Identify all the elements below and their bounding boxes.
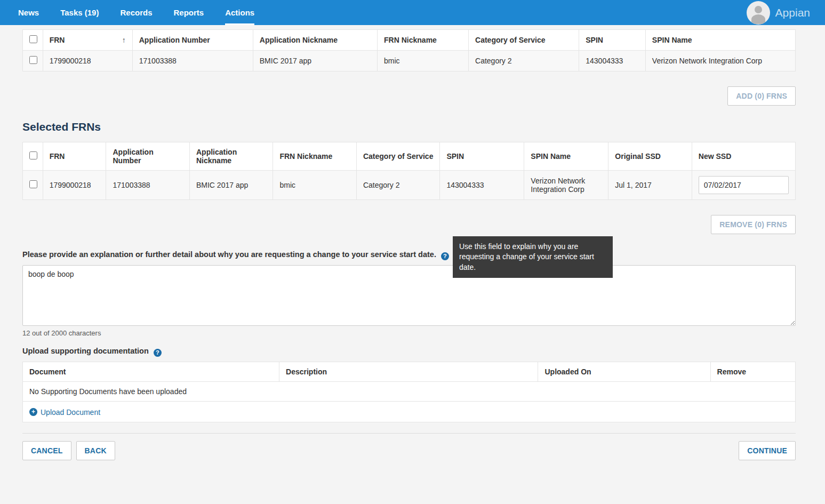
column-header-spin-name[interactable]: SPIN Name <box>645 30 795 51</box>
column-header-category-of-service[interactable]: Category of Service <box>469 30 579 51</box>
column-header-spin[interactable]: SPIN <box>579 30 646 51</box>
help-icon[interactable]: ? <box>154 349 162 357</box>
column-header-frn-nickname[interactable]: FRN Nickname <box>378 30 469 51</box>
continue-button[interactable]: CONTINUE <box>739 441 796 460</box>
column-header-frn-nickname[interactable]: FRN Nickname <box>273 142 356 171</box>
cell-category-of-service: Category 2 <box>469 51 579 71</box>
column-header-category-of-service[interactable]: Category of Service <box>356 142 439 171</box>
add-frns-button[interactable]: ADD (0) FRNS <box>727 86 796 106</box>
remove-frns-button[interactable]: REMOVE (0) FRNS <box>711 215 796 234</box>
cell-frn: 1799000218 <box>43 51 132 71</box>
cell-application-number: 171003388 <box>106 171 189 200</box>
avatar-person-icon <box>755 6 762 13</box>
sort-ascending-icon: ↑ <box>122 36 126 44</box>
cell-spin-name: Verizon Network Integration Corp <box>645 51 795 71</box>
plus-circle-icon: + <box>29 408 37 416</box>
cell-frn: 1799000218 <box>43 171 106 200</box>
row-select-checkbox[interactable] <box>29 180 37 188</box>
upload-document-link[interactable]: + Upload Document <box>29 408 100 417</box>
column-header-application-nickname[interactable]: Application Nickname <box>189 142 273 171</box>
explanation-label: Please provide an explanation or further… <box>22 250 436 259</box>
column-header-document: Document <box>23 362 279 382</box>
cell-frn-nickname: bmic <box>273 171 356 200</box>
table-row: 1799000218 171003388 BMIC 2017 app bmic … <box>23 171 796 200</box>
top-nav: News Tasks (19) Records Reports Actions … <box>0 0 825 25</box>
explanation-section: Please provide an explanation or further… <box>22 250 796 337</box>
column-header-spin[interactable]: SPIN <box>440 142 524 171</box>
select-all-checkbox[interactable] <box>29 151 37 159</box>
back-button[interactable]: BACK <box>76 441 115 460</box>
selected-frns-heading: Selected FRNs <box>22 121 796 133</box>
column-header-description: Description <box>279 362 538 382</box>
column-header-frn[interactable]: FRN <box>43 142 106 171</box>
cell-application-nickname: BMIC 2017 app <box>189 171 273 200</box>
cell-category-of-service: Category 2 <box>356 171 439 200</box>
footer-actions: CANCEL BACK CONTINUE <box>22 441 796 460</box>
cell-application-nickname: BMIC 2017 app <box>253 51 377 71</box>
nav-item-tasks[interactable]: Tasks (19) <box>50 0 109 25</box>
selected-frns-table: FRN Application Number Application Nickn… <box>22 142 796 200</box>
main-content: FRN ↑ Application Number Application Nic… <box>0 25 825 471</box>
nav-item-actions[interactable]: Actions <box>214 0 265 25</box>
column-header-application-number[interactable]: Application Number <box>132 30 253 51</box>
column-header-remove: Remove <box>710 362 795 382</box>
column-header-spin-name[interactable]: SPIN Name <box>524 142 608 171</box>
help-tooltip: Use this field to explain why you are re… <box>453 236 613 278</box>
explanation-textarea[interactable]: boop de boop <box>22 265 796 326</box>
cell-application-number: 171003388 <box>132 51 253 71</box>
upload-documentation-label: Upload supporting documentation <box>22 347 149 355</box>
row-select-checkbox[interactable] <box>29 56 37 64</box>
supporting-documents-table: Document Description Uploaded On Remove … <box>22 362 796 422</box>
table-row: 1799000218 171003388 BMIC 2017 app bmic … <box>23 51 796 71</box>
nav-right: Appian <box>747 1 818 25</box>
cell-spin: 143004333 <box>440 171 524 200</box>
cell-original-ssd: Jul 1, 2017 <box>608 171 692 200</box>
user-avatar[interactable] <box>747 1 770 25</box>
cell-spin-name: Verizon Network Integration Corp <box>524 171 608 200</box>
nav-item-news[interactable]: News <box>7 0 50 25</box>
column-header-application-nickname[interactable]: Application Nickname <box>253 30 377 51</box>
cell-frn-nickname: bmic <box>378 51 469 71</box>
column-header-frn[interactable]: FRN ↑ <box>43 30 132 51</box>
column-header-application-number[interactable]: Application Number <box>106 142 189 171</box>
select-all-checkbox[interactable] <box>29 35 37 43</box>
frn-search-results-table: FRN ↑ Application Number Application Nic… <box>22 29 796 71</box>
empty-table-message: No Supporting Documents have been upload… <box>23 382 796 402</box>
appian-logo: Appian <box>775 6 810 19</box>
nav-item-records[interactable]: Records <box>109 0 163 25</box>
character-count: 12 out of 2000 characters <box>22 329 796 337</box>
footer-divider <box>22 433 796 434</box>
column-header-original-ssd[interactable]: Original SSD <box>608 142 692 171</box>
new-ssd-input[interactable] <box>699 176 789 194</box>
help-icon[interactable]: ? <box>441 252 449 260</box>
cell-spin: 143004333 <box>579 51 646 71</box>
column-header-new-ssd[interactable]: New SSD <box>692 142 795 171</box>
nav-item-reports[interactable]: Reports <box>163 0 214 25</box>
cancel-button[interactable]: CANCEL <box>22 441 71 460</box>
column-header-uploaded-on: Uploaded On <box>538 362 710 382</box>
